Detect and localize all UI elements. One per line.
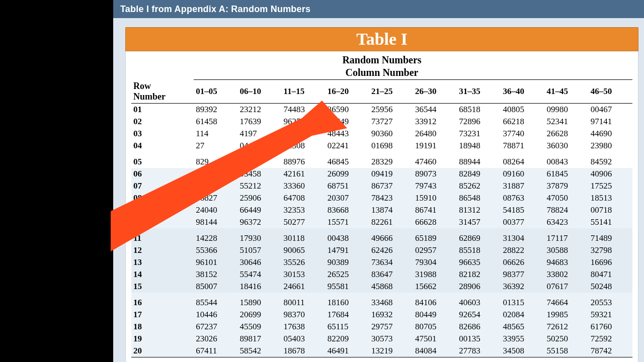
cell: 23980 [589,140,632,152]
row-number: 13 [131,256,194,268]
cell: 17639 [237,116,281,128]
cell: 18948 [457,140,501,152]
table-row: 0311441978196248443903602648073231377402… [131,128,632,140]
cell: 24040 [194,204,237,216]
cell: 34508 [501,345,544,357]
cell: 66218 [501,116,544,128]
table-row: 1923026898170540382209305734750100135339… [131,333,632,345]
cell: 90389 [326,256,369,268]
cell: 88944 [457,152,501,168]
cell: 82686 [457,321,501,333]
cell: 55141 [589,216,632,228]
cell: 07617 [545,281,589,293]
cell: 88976 [282,152,326,168]
cell: 13874 [369,204,413,216]
row-number: 07 [131,180,194,192]
cell: 85518 [457,244,501,256]
cell: 02957 [413,244,457,256]
cell: 33912 [413,116,457,128]
table-row: 0189392232127448336590259563654468518408… [131,103,632,116]
cell: 82261 [369,216,413,228]
cell: 16932 [369,309,413,321]
cell: 96101 [194,256,237,268]
cell: 52341 [545,116,589,128]
cell: 55158 [545,345,589,357]
cell: 15910 [413,192,457,204]
cell: 15571 [326,216,369,228]
column-header: 16–20 [326,80,369,104]
cell: 84084 [413,345,457,357]
cell: 36544 [413,103,457,116]
column-header: 11–15 [282,80,326,104]
cell: 09419 [369,168,413,180]
cell: 89817 [237,333,281,345]
cell: 19191 [413,140,457,152]
table-row: 1396101306463552690389736347930496635066… [131,256,632,268]
cell: 20307 [326,192,369,204]
table-row: 0759761552123336068751867377974385262318… [131,180,632,192]
cell: 61845 [545,168,589,180]
table-row: 1098144963725027715571822616662831457003… [131,216,632,228]
cell: 31308 [282,140,326,152]
row-number: 20 [131,345,194,357]
cell: 74483 [282,103,326,116]
column-header: 31–35 [457,80,501,104]
cell: 59321 [589,309,632,321]
cell: 89073 [413,168,457,180]
cell: 00467 [589,103,632,116]
cell: 46491 [326,345,369,357]
cell: 33955 [501,333,544,345]
cell: 17638 [282,321,326,333]
column-header: 36–40 [501,80,544,104]
cell: 54185 [501,204,544,216]
cell: 05403 [282,333,326,345]
cell: 19985 [545,309,589,321]
cell: 65115 [326,321,369,333]
cell: 30646 [237,256,281,268]
cell: 80471 [589,268,632,281]
cell: 85007 [194,281,237,293]
cell: 90360 [369,128,413,140]
column-header: 41–45 [545,80,589,104]
table-row: 1438152554743015326525836473198882182983… [131,268,632,281]
cell: 67237 [194,321,237,333]
row-number-header: RowNumber [131,80,194,104]
cell: 98370 [282,309,326,321]
cell: 65189 [413,228,457,244]
cell: 27 [194,140,237,152]
cell: 82849 [457,168,501,180]
cell: 17525 [589,180,632,192]
column-header: 46–50 [589,80,632,104]
table-row: 1867237455091763865115297578070582686485… [131,321,632,333]
cell: 58542 [237,345,281,357]
cell: 33468 [369,293,413,309]
cell: 37879 [545,180,589,192]
cell: 28329 [369,152,413,168]
cell: 36030 [545,140,589,152]
cell: 50250 [545,333,589,345]
cell: 18513 [589,192,632,204]
cell: 82182 [457,268,501,281]
cell: 93458 [237,168,281,180]
cell: 30118 [282,228,326,244]
cell: 72592 [589,333,632,345]
cell: 26628 [545,128,589,140]
row-number: 14 [131,268,194,281]
cell: 00135 [457,333,501,345]
row-number: 02 [131,116,194,128]
cell: 50248 [589,281,632,293]
cell: 24661 [282,281,326,293]
cell: 62869 [457,228,501,244]
cell: 95649 [326,116,369,128]
cell: 97141 [589,116,632,128]
cell: 51057 [237,244,281,256]
cell: 15662 [413,281,457,293]
cell: 23026 [194,333,237,345]
cell: 18416 [237,281,281,293]
cell: 09980 [545,103,589,116]
cell: 73727 [369,116,413,128]
cell: 86548 [457,192,501,204]
cell: 28822 [501,244,544,256]
cell: 66449 [237,204,281,216]
cell: 14791 [326,244,369,256]
